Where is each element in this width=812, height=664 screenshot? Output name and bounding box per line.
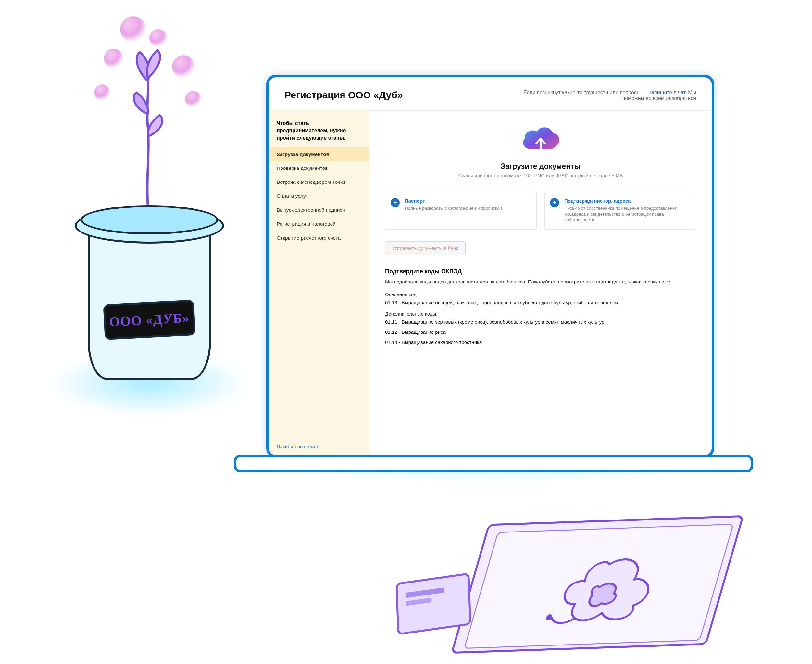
laptop-base bbox=[234, 454, 753, 472]
plus-icon: + bbox=[391, 198, 400, 207]
okved-code-item: 01.14 - Выращивание сахарного тростника bbox=[385, 339, 696, 345]
plant-stem-icon bbox=[137, 55, 159, 205]
doc-desc-address: Письмо от собственника помещения о предо… bbox=[564, 205, 690, 223]
laptop-screen: Регистрация ООО «Дуб» Если возникнут как… bbox=[266, 75, 714, 458]
sidebar-title: Чтобы стать предпринимателем, нужно прой… bbox=[269, 120, 369, 147]
sparkle-icon bbox=[172, 55, 195, 78]
sidebar-step-payment[interactable]: Оплата услуг bbox=[269, 189, 369, 203]
upload-passport-card[interactable]: + Паспорт Полные развороты с фотографией… bbox=[385, 192, 537, 229]
notebook-illustration bbox=[451, 515, 744, 654]
okved-primary-label: Основной код: bbox=[385, 291, 696, 297]
upload-address-card[interactable]: + Подтверждение юр. адреса Письмо от соб… bbox=[545, 192, 696, 229]
chat-link[interactable]: напишите в чат. bbox=[648, 90, 686, 95]
doc-desc-passport: Полные развороты с фотографией и прописк… bbox=[405, 205, 530, 212]
app-screen: Регистрация ООО «Дуб» Если возникнут как… bbox=[269, 77, 712, 455]
upload-title: Загрузите документы bbox=[385, 162, 696, 171]
sidebar-step-tax[interactable]: Регистрация в налоговой bbox=[269, 217, 369, 231]
sidebar-step-signature[interactable]: Выпуск электронной подписи bbox=[269, 203, 369, 217]
upload-hero: Загрузите документы Сканы или фото в фор… bbox=[385, 124, 696, 178]
upload-subtitle: Сканы или фото в формате PDF, PNG или JP… bbox=[385, 173, 696, 178]
sidebar-step-upload[interactable]: Загрузка документов bbox=[269, 147, 369, 161]
submit-documents-button[interactable]: Отправить документы в банк bbox=[385, 241, 465, 255]
sidebar-step-meeting[interactable]: Встреча с менеджером Точки bbox=[269, 175, 369, 189]
help-prefix: Если возникнут какие-то трудности или во… bbox=[523, 90, 648, 95]
sparkle-icon bbox=[94, 85, 111, 101]
sparkle-icon bbox=[185, 91, 201, 107]
pot-label-text: ООО «ДУБ» bbox=[109, 310, 190, 330]
sidebar-step-account[interactable]: Открытие расчетного счета bbox=[269, 231, 369, 245]
sidebar-step-check[interactable]: Проверка документов bbox=[269, 161, 369, 175]
sidebar-payment-memo-link[interactable]: Памятка по оплате bbox=[269, 438, 369, 455]
flower-doodle-icon bbox=[522, 549, 682, 632]
okved-intro: Мы подобрали коды видов деятельности для… bbox=[385, 278, 696, 285]
pot-label: ООО «ДУБ» bbox=[103, 300, 195, 340]
page-header: Регистрация ООО «Дуб» Если возникнут как… bbox=[269, 77, 712, 111]
card-illustration bbox=[395, 573, 471, 635]
okved-code-item: 01.11 - Выращивание зерновых (кроме риса… bbox=[385, 319, 696, 325]
okved-primary-code: 01.13 - Выращивание овощей, бахчевых, ко… bbox=[385, 300, 696, 305]
help-text: Если возникнут какие-то трудности или во… bbox=[514, 90, 696, 101]
sparkle-icon bbox=[120, 16, 146, 42]
plant-illustration: ООО «ДУБ» bbox=[39, 10, 266, 425]
document-cards-row: + Паспорт Полные развороты с фотографией… bbox=[385, 192, 696, 229]
page-title: Регистрация ООО «Дуб» bbox=[285, 90, 403, 101]
doc-title-passport[interactable]: Паспорт bbox=[405, 198, 425, 203]
steps-sidebar: Чтобы стать предпринимателем, нужно прой… bbox=[269, 111, 369, 455]
svg-point-0 bbox=[547, 615, 552, 619]
sparkle-icon bbox=[104, 49, 124, 68]
okved-additional-label: Дополнительные коды: bbox=[385, 311, 696, 317]
desk-illustration bbox=[373, 506, 731, 656]
doc-title-address[interactable]: Подтверждение юр. адреса bbox=[564, 198, 631, 203]
plant-pot: ООО «ДУБ» bbox=[75, 185, 224, 380]
okved-code-item: 01.12 - Выращивание риса bbox=[385, 329, 696, 335]
okved-heading: Подтвердите коды ОКВЭД bbox=[385, 268, 696, 275]
okved-section: Подтвердите коды ОКВЭД Мы подобрали коды… bbox=[385, 268, 696, 345]
cloud-upload-icon bbox=[519, 124, 562, 156]
main-content: Загрузите документы Сканы или фото в фор… bbox=[369, 111, 712, 455]
plus-icon: + bbox=[550, 198, 559, 207]
sparkle-icon bbox=[149, 29, 167, 47]
